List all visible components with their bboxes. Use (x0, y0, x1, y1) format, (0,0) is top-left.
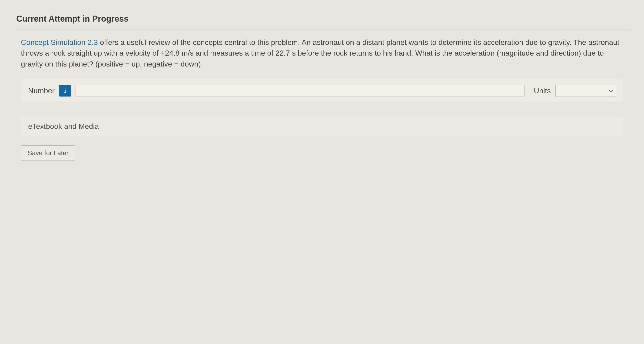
answer-row: Number i Units (21, 79, 623, 103)
units-select[interactable] (556, 85, 616, 97)
info-icon[interactable]: i (59, 85, 71, 97)
save-for-later-button[interactable]: Save for Later (21, 145, 75, 161)
number-label: Number (28, 87, 55, 95)
number-input[interactable] (76, 85, 524, 97)
question-body-text: offers a useful review of the concepts c… (21, 38, 619, 68)
question-text: Concept Simulation 2.3 offers a useful r… (14, 30, 630, 79)
units-label: Units (534, 87, 551, 95)
etextbook-media-bar[interactable]: eTextbook and Media (21, 117, 623, 136)
section-title: Current Attempt in Progress (14, 9, 630, 30)
chevron-down-icon (556, 85, 616, 97)
units-group: Units (534, 85, 616, 97)
number-group: Number i (28, 85, 524, 97)
concept-simulation-link[interactable]: Concept Simulation 2.3 (21, 38, 98, 47)
